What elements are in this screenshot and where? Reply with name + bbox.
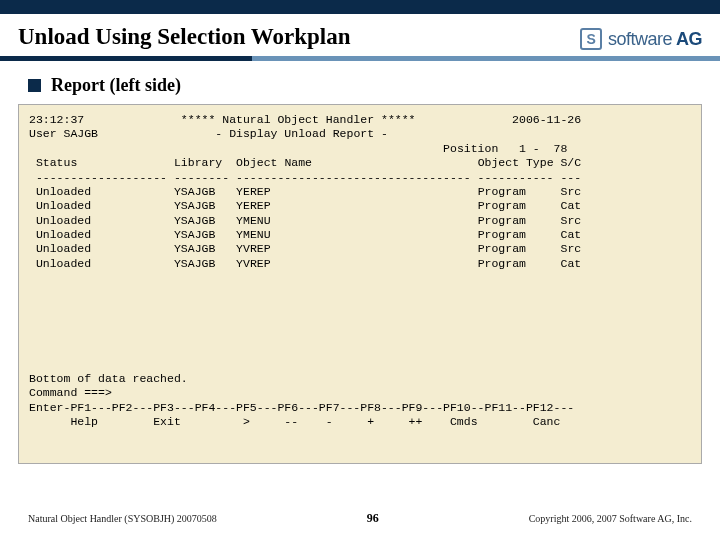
table-row: Unloaded YSAJGB YVREP Program Cat — [29, 257, 581, 270]
logo-text-light: software — [608, 29, 672, 50]
slide-footer: Natural Object Handler (SYSOBJH) 2007050… — [0, 511, 720, 526]
command-prompt[interactable]: Command ===> — [29, 386, 112, 399]
title-row: Unload Using Selection Workplan S softwa… — [0, 14, 720, 56]
logo-text-bold: AG — [676, 29, 702, 50]
accent-divider — [0, 56, 720, 61]
table-row: Unloaded YSAJGB YVREP Program Src — [29, 242, 581, 255]
bottom-msg: Bottom of data reached. — [29, 372, 188, 385]
table-row: Unloaded YSAJGB YMENU Program Src — [29, 214, 581, 227]
subhead-text: Report (left side) — [51, 75, 181, 96]
header-line: Status Library Object Name Object Type S… — [29, 156, 581, 169]
footer-copyright: Copyright 2006, 2007 Software AG, Inc. — [529, 513, 692, 524]
pf-key-line-1: Enter-PF1---PF2---PF3---PF4---PF5---PF6-… — [29, 401, 574, 414]
line-1: 23:12:37 ***** Natural Object Handler **… — [29, 113, 581, 126]
bullet-square-icon — [28, 79, 41, 92]
logo-mark-icon: S — [580, 28, 602, 50]
top-dark-bar — [0, 0, 720, 14]
table-row: Unloaded YSAJGB YEREP Program Cat — [29, 199, 581, 212]
slide-title: Unload Using Selection Workplan — [18, 24, 351, 50]
subhead-row: Report (left side) — [0, 71, 720, 104]
brand-logo: S software AG — [580, 28, 702, 50]
line-2: User SAJGB - Display Unload Report - — [29, 127, 388, 140]
pf-key-line-2: Help Exit > -- - + ++ Cmds Canc — [29, 415, 560, 428]
divider-line: ------------------- -------- -----------… — [29, 171, 581, 184]
table-row: Unloaded YSAJGB YMENU Program Cat — [29, 228, 581, 241]
footer-page-number: 96 — [367, 511, 379, 526]
footer-left: Natural Object Handler (SYSOBJH) 2007050… — [28, 513, 217, 524]
terminal-panel: 23:12:37 ***** Natural Object Handler **… — [18, 104, 702, 464]
table-row: Unloaded YSAJGB YEREP Program Src — [29, 185, 581, 198]
line-3: Position 1 - 78 — [29, 142, 567, 155]
